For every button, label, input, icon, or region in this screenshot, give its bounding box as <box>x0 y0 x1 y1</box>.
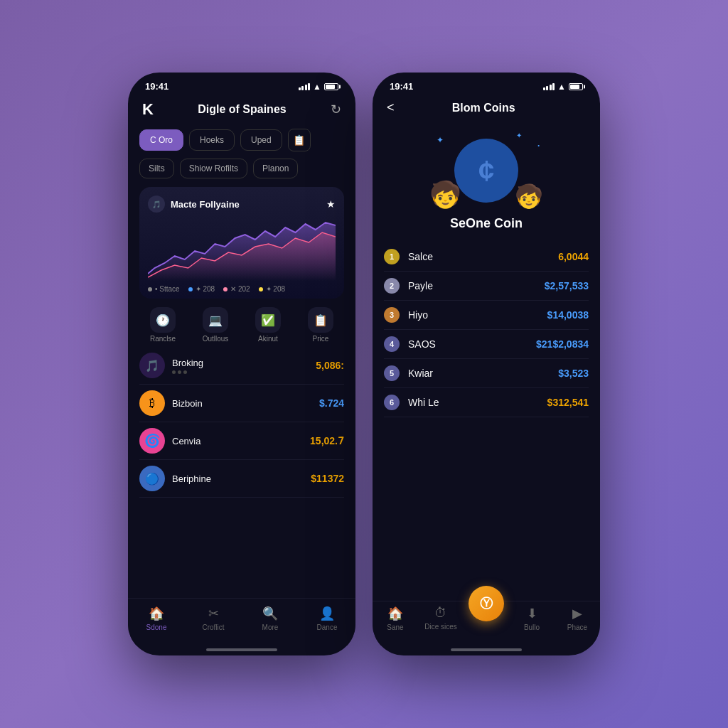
battery-icon <box>324 83 338 90</box>
tab-more[interactable]: 🔍 More <box>242 606 299 631</box>
home-indicator-left <box>206 648 277 651</box>
dance-label: Dance <box>317 623 338 631</box>
calendar-icon-btn[interactable]: 📋 <box>288 129 311 151</box>
rank-badge-2: 2 <box>384 278 400 294</box>
fab-icon: Ⓨ <box>480 595 493 612</box>
chart-avatar: 🎵 <box>148 196 165 213</box>
chart-header: 🎵 Macte Follyaine ★ <box>148 196 336 213</box>
right-tab-dice[interactable]: ⏱ Dice sices <box>418 606 464 631</box>
right-tab-phace[interactable]: ▶ Phace <box>555 606 600 631</box>
sdone-icon: 🏠 <box>149 606 164 621</box>
outllous-label: Outllous <box>203 335 229 343</box>
broking-name: Broking <box>172 358 316 368</box>
dice-label: Dice sices <box>424 623 457 631</box>
broking-info: Broking <box>172 358 316 374</box>
leader-value-3: $14,0038 <box>547 309 589 321</box>
leader-name-1: Salce <box>408 251 558 262</box>
dice-icon: ⏱ <box>434 606 447 621</box>
ranclse-icon: 🕐 <box>150 307 176 333</box>
bizboin-icon: ₿ <box>139 390 165 416</box>
star2-icon: ✦ <box>516 132 522 139</box>
right-status-time: 19:41 <box>390 81 413 92</box>
broking-value: 5,086: <box>316 360 344 371</box>
price-icon: 📋 <box>308 307 333 333</box>
more-icon: 🔍 <box>262 606 278 621</box>
signal-bars <box>299 83 311 90</box>
hero-coin-circle: ¢ <box>454 139 518 203</box>
legend-208a: ✦ 208 <box>188 285 215 293</box>
leader-item-2[interactable]: 2 Payle $2,57,533 <box>384 272 589 301</box>
filter-btn-hoeks[interactable]: Hoeks <box>189 129 235 151</box>
quick-nav-ranclse[interactable]: 🕐 Ranclse <box>136 307 189 343</box>
right-status-icons: ▲ <box>543 82 583 92</box>
filter-row-1: C Oro Hoeks Uped 📋 <box>128 124 355 156</box>
leader-item-5[interactable]: 5 Kwiar $3,523 <box>384 359 589 388</box>
quick-nav-outllous[interactable]: 💻 Outllous <box>189 307 242 343</box>
akinut-label: Akinut <box>258 335 278 343</box>
leader-item-3[interactable]: 3 Hiyo $14,0038 <box>384 301 589 330</box>
right-title: Blom Coins <box>452 102 515 114</box>
more-label: More <box>262 623 279 631</box>
legend-208b: ✦ 208 <box>259 285 285 293</box>
sane-icon: 🏠 <box>387 606 403 621</box>
character-left: 🧒 <box>429 180 461 210</box>
right-tab-bullo[interactable]: ⬇ Bullo <box>509 606 555 631</box>
leader-item-6[interactable]: 6 Whi Le $312,541 <box>384 388 589 417</box>
rank-badge-3: 3 <box>384 307 400 323</box>
price-label: Price <box>313 335 329 343</box>
signal-bar-3 <box>305 85 307 90</box>
quick-nav-akinut[interactable]: ✅ Akinut <box>242 307 294 343</box>
left-phone-content: K Digle of Spaines ↻ C Oro Hoeks Uped 📋 … <box>128 95 355 655</box>
chart-area: 🎵 Macte Follyaine ★ <box>139 187 344 299</box>
chart-legend: • Sttace ✦ 208 ✕ 202 ✦ 208 <box>148 285 336 293</box>
filter-btn-silts[interactable]: Silts <box>139 159 174 178</box>
character-right: 🧒 <box>515 183 543 210</box>
signal-bar-r2 <box>546 86 548 90</box>
tab-sdone[interactable]: 🏠 Sdone <box>128 606 185 631</box>
signal-bar-r1 <box>543 87 545 90</box>
akinut-icon: ✅ <box>255 307 281 333</box>
filter-btn-planon[interactable]: Planon <box>253 159 298 178</box>
legend-sttace: • Sttace <box>148 285 180 293</box>
bizboin-name: Bizboin <box>172 398 319 409</box>
signal-bar-2 <box>301 86 304 90</box>
leader-value-6: $312,541 <box>547 397 589 408</box>
refresh-icon[interactable]: ↻ <box>331 102 341 117</box>
filter-btn-uped[interactable]: Uped <box>240 129 282 151</box>
left-logo: K <box>142 100 154 119</box>
leader-value-4: $21$2,0834 <box>536 338 589 350</box>
coin-item-broking[interactable]: 🎵 Broking 5,086: <box>139 347 344 385</box>
phones-container: 19:41 ▲ K Digle of Spaines ↻ <box>128 73 600 655</box>
right-battery-icon <box>569 83 583 90</box>
leader-item-1[interactable]: 1 Salce 6,0044 <box>384 242 589 272</box>
ranclse-label: Ranclse <box>150 335 176 343</box>
right-tab-sane[interactable]: 🏠 Sane <box>373 606 418 631</box>
coin-item-beriphine[interactable]: 🔵 Beriphine $11372 <box>139 460 344 498</box>
leaderboard: 1 Salce 6,0044 2 Payle $2,57,533 3 Hiyo … <box>373 242 600 601</box>
right-wifi-icon: ▲ <box>557 82 566 92</box>
phace-icon: ▶ <box>572 606 582 621</box>
quick-nav-price[interactable]: 📋 Price <box>294 307 347 343</box>
tab-dance[interactable]: 👤 Dance <box>299 606 355 631</box>
back-button[interactable]: < <box>387 100 395 115</box>
bizboin-info: Bizboin <box>172 398 319 409</box>
quick-nav: 🕐 Ranclse 💻 Outllous ✅ Akinut 📋 Price <box>128 304 355 347</box>
tab-croflict[interactable]: ✂ Croflict <box>185 606 242 631</box>
filter-btn-shiow[interactable]: Shiow Rofilts <box>180 159 247 178</box>
coin-item-bizboin[interactable]: ₿ Bizboin $.724 <box>139 385 344 422</box>
wifi-icon: ▲ <box>313 82 321 92</box>
fab-button[interactable]: Ⓨ <box>469 586 504 621</box>
chart-star-icon: ★ <box>326 198 336 210</box>
leader-name-6: Whi Le <box>408 397 547 408</box>
filter-btn-oro[interactable]: C Oro <box>139 129 183 151</box>
leader-item-4[interactable]: 4 SAOS $21$2,0834 <box>384 330 589 359</box>
chart-svg <box>148 217 336 281</box>
coin-item-cenvia[interactable]: 🌀 Cenvia 15,02.7̄ <box>139 422 344 460</box>
broking-dots <box>172 370 316 374</box>
left-title: Digle of Spaines <box>198 103 286 116</box>
dance-icon: 👤 <box>319 606 335 621</box>
broking-icon: 🎵 <box>139 353 165 378</box>
coin-list: 🎵 Broking 5,086: ₿ Bizboin $.724 <box>128 347 355 598</box>
filter-row-2: Silts Shiow Rofilts Planon <box>128 156 355 184</box>
left-bottom-tab: 🏠 Sdone ✂ Croflict 🔍 More 👤 Dance <box>128 598 355 646</box>
